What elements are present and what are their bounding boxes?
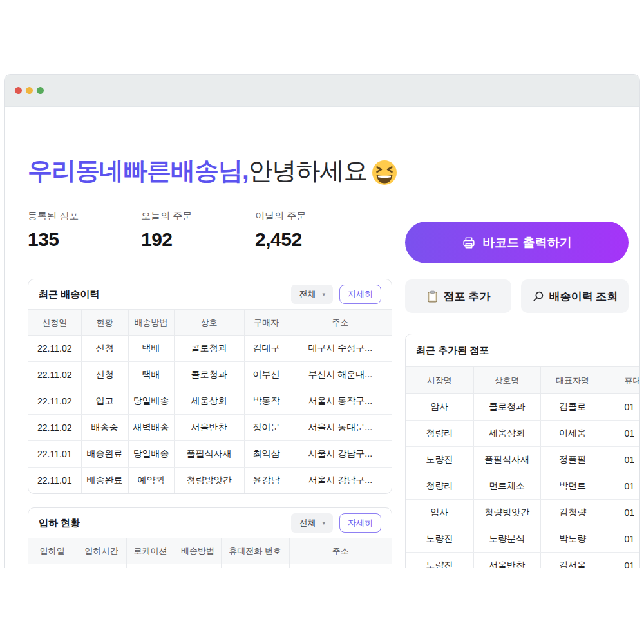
table-row: 암사청량방앗간김청량01 [406, 500, 640, 526]
table-row: 22.11.01배송완료예약퀵청량방앗간윤강남서울시 강남구... [28, 468, 392, 494]
minimize-window-button[interactable] [26, 87, 33, 94]
table-row: 노량진노량분식박노량01 [406, 526, 640, 553]
recent-stores-table: 시장명상호명대표자명휴대전화 번호 암사콜로청과김콜로01청량리세움상회이세움0… [406, 366, 640, 568]
table-cell: 노량진 [406, 447, 473, 473]
column-header: 상호명 [473, 367, 540, 394]
stat-value: 2,452 [255, 229, 306, 251]
table-cell: 010-53... [221, 564, 289, 569]
table-cell: 배송완료 [81, 441, 128, 468]
column-header: 입하시간 [77, 538, 126, 564]
table-cell: 이부산 [244, 362, 289, 388]
table-cell: 서울반찬 [174, 415, 244, 441]
column-header: 구매자 [244, 310, 289, 336]
table-cell: 22.11.01 [28, 468, 81, 494]
table-cell: 노량진 [406, 553, 473, 569]
column-header: 현황 [81, 310, 128, 336]
table-cell: 정풀필 [540, 447, 605, 473]
recent-delivery-card: 최근 배송이력 전체 ▾ 자세히 신청일현황배송방법상호구매자주소 22.11.… [28, 279, 392, 494]
table-cell: 박노량 [540, 526, 605, 553]
card-title: 최근 추가된 점포 [416, 345, 489, 357]
stat-month-orders: 이달의 주문 2,452 [255, 210, 306, 251]
window-titlebar [5, 75, 639, 107]
table-cell: 노량분식 [473, 526, 540, 553]
table-row: 22.11.02신청택배콜로청과이부산부산시 해운대... [28, 362, 392, 388]
table-cell: 서울시 강남구... [289, 468, 392, 494]
inbound-filter-dropdown[interactable]: 전체 ▾ [291, 513, 333, 533]
column-header: 시장명 [406, 367, 473, 394]
laughing-emoji-icon [372, 160, 397, 185]
table-row: 청량리먼트채소박먼트01 [406, 473, 640, 500]
table-row: 22.11.02입고당일배송세움상회박동작서울시 동작구... [28, 388, 392, 415]
table-row: 청량리세움상회이세움01 [406, 421, 640, 447]
table-cell: 새벽배송 [128, 415, 174, 441]
table-cell: 서울시 동대문... [289, 415, 392, 441]
delivery-filter-dropdown[interactable]: 전체 ▾ [291, 285, 333, 304]
table-cell: 청량리 [406, 473, 473, 500]
stat-today-orders: 오늘의 주문 192 [141, 210, 192, 251]
stat-value: 135 [28, 229, 79, 251]
table-cell: 노량진 [406, 526, 473, 553]
column-header: 휴대전화 번호 [221, 538, 289, 564]
user-name: 우리동네빠른배송님, [28, 155, 249, 187]
inbound-table: 입하일입하시간로케이션배송방법휴대전화 번호주소 22.11.0217:59CN… [28, 538, 392, 568]
table-cell: 최역삼 [244, 441, 289, 468]
table-cell: 배송완료 [81, 468, 128, 494]
table-cell: 김콜로 [540, 394, 605, 421]
table-row: 암사콜로청과김콜로01 [406, 394, 640, 421]
table-cell: 22.11.02 [28, 362, 81, 388]
table-cell: 김대구 [244, 336, 289, 362]
table-row: 22.11.02배송중새벽배송서울반찬정이문서울시 동대문... [28, 415, 392, 441]
table-cell: 청량리 [406, 421, 473, 447]
table-cell: 김청량 [540, 500, 605, 526]
zoom-window-button[interactable] [37, 87, 44, 94]
table-cell: 김서울 [540, 553, 605, 569]
table-cell: 01 [605, 421, 640, 447]
table-cell: 22.11.02 [28, 415, 81, 441]
delivery-detail-button[interactable]: 자세히 [339, 285, 381, 304]
add-store-button[interactable]: 점포 추가 [405, 279, 511, 313]
inbound-detail-button[interactable]: 자세히 [339, 513, 381, 533]
table-cell: 신청 [81, 362, 128, 388]
table-cell: 정이문 [244, 415, 289, 441]
table-cell: 콜로청과 [473, 394, 540, 421]
table-cell: 22.11.02 [28, 564, 77, 569]
table-cell: 택배 [175, 564, 221, 569]
printer-icon [462, 236, 476, 250]
table-cell: 콜로청과 [174, 362, 244, 388]
clipboard-icon [426, 290, 439, 303]
print-barcode-button[interactable]: 바코드 출력하기 [405, 222, 629, 263]
browser-window: 우리동네빠른배송님, 안녕하세요 등록된 점포 135 오늘의 주문 192 [4, 74, 640, 568]
table-row: 노량진서울반찬김서울01 [406, 553, 640, 569]
search-icon [532, 290, 544, 303]
table-cell: 서울시 동작구... [289, 564, 392, 569]
search-history-button[interactable]: 배송이력 조회 [521, 279, 629, 313]
chevron-down-icon: ▾ [322, 520, 325, 526]
table-row: 22.11.02신청택배콜로청과김대구대구시 수성구... [28, 336, 392, 362]
column-header: 주소 [289, 310, 392, 336]
table-cell: 22.11.01 [28, 441, 81, 468]
column-header: 로케이션 [126, 538, 175, 564]
table-cell: 암사 [406, 500, 473, 526]
column-header: 대표자명 [540, 367, 605, 394]
table-cell: 이세움 [540, 421, 605, 447]
close-window-button[interactable] [15, 87, 22, 94]
table-cell: 01 [605, 526, 640, 553]
card-title: 최근 배송이력 [39, 289, 99, 301]
recent-stores-card: 최근 추가된 점포 자세히 시장명상호명대표자명휴대전화 번호 암사콜로청과김콜… [405, 334, 640, 568]
stat-label: 오늘의 주문 [141, 210, 192, 222]
column-header: 상호 [174, 310, 244, 336]
column-header: 배송방법 [128, 310, 174, 336]
stat-label: 이달의 주문 [255, 210, 306, 222]
table-cell: 먼트채소 [473, 473, 540, 500]
table-cell: 01 [605, 447, 640, 473]
inbound-status-card: 입하 현황 전체 ▾ 자세히 입하일입하시간로케이션배송방법휴대전화 번호주소 … [28, 507, 392, 568]
dashboard-content: 우리동네빠른배송님, 안녕하세요 등록된 점포 135 오늘의 주문 192 [5, 107, 639, 568]
table-cell: 01 [605, 553, 640, 569]
stat-label: 등록된 점포 [28, 210, 79, 222]
table-cell: 22.11.02 [28, 388, 81, 415]
table-cell: 청량방앗간 [174, 468, 244, 494]
table-cell: 22.11.02 [28, 336, 81, 362]
table-cell: 서울시 강남구... [289, 441, 392, 468]
table-cell: 서울반찬 [473, 553, 540, 569]
column-header: 주소 [289, 538, 392, 564]
